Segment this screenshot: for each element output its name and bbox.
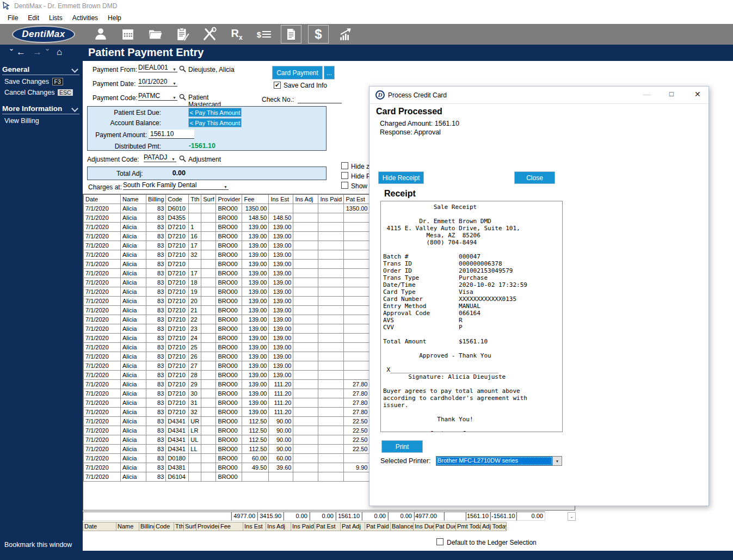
card-payment-button[interactable]: Card Payment [272,66,323,79]
column-header[interactable]: Surf [201,195,216,204]
schedule-icon[interactable] [114,24,141,44]
printer-select[interactable]: Brother MFC-L2710DW series [436,456,562,466]
footer-column-header[interactable]: Surf [184,522,196,531]
footer-column-header[interactable]: Date [83,522,116,531]
show-o-checkbox[interactable] [341,182,348,189]
footer-column-header[interactable]: Ins Paid [291,522,315,531]
hide-zero-checkbox[interactable] [341,162,348,169]
table-row[interactable]: 7/1/2020Alicia83D4341LRBRO00112.5090.002… [84,426,395,435]
table-row[interactable]: 7/1/2020Alicia83D0180BRO0060.0060.00 [84,454,395,463]
table-row[interactable]: 7/1/2020Alicia83D721026BRO00139.00139.00 [84,352,395,361]
table-row[interactable]: 7/1/2020Alicia83D6010BRO001350.001350.00 [84,204,395,213]
documents-icon[interactable] [281,25,301,44]
menu-item[interactable]: Edit [23,13,44,23]
table-row[interactable]: 7/1/2020Alicia83D721023BRO00139.00139.00 [84,324,395,334]
forward-arrow-icon[interactable] [33,47,42,58]
footer-column-header[interactable]: Balance [391,522,414,531]
footer-column-header[interactable]: Billing [139,522,155,531]
reports-icon[interactable] [332,24,359,44]
bookmark-this-window[interactable]: Bookmark this window [4,541,72,549]
payments-icon[interactable]: $ [308,25,329,44]
search-icon[interactable] [179,155,186,162]
column-header[interactable]: Billing [146,195,166,204]
ledger-icon[interactable]: $ [250,24,278,44]
column-header[interactable]: Provider [216,195,242,204]
footer-column-header[interactable]: Ins Adj [266,522,291,531]
table-row[interactable]: 7/1/2020Alicia83D721025BRO00139.00139.00 [84,343,395,352]
table-row[interactable]: 7/1/2020Alicia83D721019BRO00139.00139.00 [84,287,395,297]
footer-column-header[interactable]: Code [155,522,174,531]
payment-amount-input[interactable] [149,130,194,139]
menu-item[interactable]: Help [103,13,126,23]
check-no-field[interactable] [298,95,342,103]
pay-account-balance-button[interactable]: < Pay This Amount [188,118,242,127]
dialog-title-bar[interactable]: D Process Credit Card [369,87,709,104]
payment-date-combo[interactable]: 10/1/2020 [138,78,177,87]
table-row[interactable]: 7/1/2020Alicia83D721018BRO00139.00139.00 [84,278,395,287]
column-header[interactable]: Tth [189,195,201,204]
table-row[interactable]: 7/1/2020Alicia83D4341ULBRO00112.5090.002… [84,435,395,445]
home-icon[interactable] [57,47,62,58]
footer-column-header[interactable]: Provider [196,522,219,531]
footer-column-header[interactable]: Fee [219,522,243,531]
table-row[interactable]: 7/1/2020Alicia83D7210BRO00139.00139.00 [84,260,395,269]
sidebar-item-save-changes[interactable]: Save Changes F3 [0,76,83,87]
footer-column-header[interactable]: Name [116,522,139,531]
table-row[interactable]: 7/1/2020Alicia83D721024BRO00139.00139.00 [84,334,395,343]
sidebar-item-view-billing[interactable]: View Billing [0,115,83,126]
table-row[interactable]: 7/1/2020Alicia83D4341URBRO00112.5090.002… [84,417,395,426]
payment-from-combo[interactable]: DIEAL001 [138,64,177,72]
hide-pe-checkbox[interactable] [341,172,348,179]
table-row[interactable]: 7/1/2020Alicia83D721017BRO00139.00139.00 [84,269,395,278]
table-row[interactable]: 7/1/2020Alicia83D721028BRO00139.00139.00 [84,371,395,380]
clipboard-icon[interactable] [169,24,196,44]
footer-column-header[interactable]: Ins Est [243,522,266,531]
table-row[interactable]: 7/1/2020Alicia83D721029BRO00139.00111.20… [84,380,395,389]
column-header[interactable]: Code [166,195,189,204]
save-card-info-checkbox[interactable] [274,82,281,89]
scroll-down-arrow[interactable] [568,512,576,521]
card-payment-more-button[interactable]: ... [324,66,335,79]
table-row[interactable]: 7/1/2020Alicia83D721031BRO00139.00111.20… [84,398,395,408]
maximize-icon[interactable] [669,90,674,98]
column-header[interactable]: Name [121,195,146,204]
sidebar-item-cancel-changes[interactable]: Cancel Changes ESC [0,87,83,98]
table-row[interactable]: 7/1/2020Alicia83D721032BRO00139.00111.20… [84,408,395,417]
hide-receipt-button[interactable]: Hide Receipt [378,171,424,184]
menu-item[interactable]: Lists [44,13,67,23]
table-row[interactable]: 7/1/2020Alicia83D721030BRO00139.00111.20… [84,389,395,398]
back-arrow-icon[interactable] [16,47,26,58]
table-row[interactable]: 7/1/2020Alicia83D721020BRO00139.00139.00 [84,297,395,306]
table-row[interactable]: 7/1/2020Alicia83D72101BRO00139.00139.00 [84,223,395,232]
forward-dropdown-icon[interactable] [45,45,50,52]
column-header[interactable]: Ins Paid [318,195,344,204]
prescription-icon[interactable]: Rx [223,24,250,44]
footer-column-header[interactable]: Pat Paid [365,522,391,531]
table-row[interactable]: 7/1/2020Alicia83D4341LLBRO00112.5090.002… [84,445,395,454]
column-header[interactable]: Pat Est [344,195,369,204]
column-header[interactable]: Date [84,195,121,204]
close-icon[interactable] [694,90,701,99]
column-header[interactable]: Ins Adj [293,195,318,204]
table-row[interactable]: 7/1/2020Alicia83D6104BRO00 [84,472,395,482]
pay-patient-est-due-button[interactable]: < Pay This Amount [188,108,242,117]
footer-column-header[interactable]: Pat Est [315,522,341,531]
footer-column-header[interactable]: Pmt Today [456,522,481,531]
folder-icon[interactable] [141,24,169,44]
dropdown-arrow-icon[interactable] [552,457,562,465]
print-button[interactable]: Print [381,440,423,453]
nav-dropdown-icon[interactable] [9,45,14,52]
footer-column-header[interactable]: Adj Today [481,522,507,531]
table-row[interactable]: 7/1/2020Alicia83D721017BRO00139.00139.00 [84,241,395,250]
column-header[interactable]: Fee [242,195,269,204]
menu-item[interactable]: Activities [67,13,103,23]
footer-column-header[interactable]: Tth [174,522,184,531]
search-icon[interactable] [179,94,186,101]
search-icon[interactable] [179,65,186,72]
minimize-icon[interactable] [643,90,651,99]
footer-column-header[interactable]: Pat Adj [341,522,365,531]
table-row[interactable]: 7/1/2020Alicia83D4381BRO0049.5039.609.90 [84,463,395,472]
close-button[interactable]: Close [514,171,555,184]
sidebar-section-more-information[interactable]: More Information [2,104,79,114]
footer-column-header[interactable]: Ins Due [414,522,434,531]
